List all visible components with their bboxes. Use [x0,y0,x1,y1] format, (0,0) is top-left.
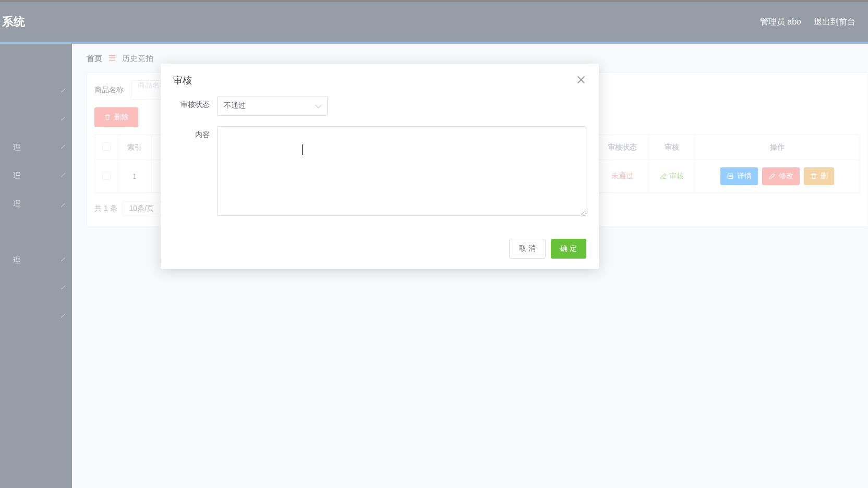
audit-dialog: 审核 审核状态 不通过 内容 取 消 确 定 [161,64,599,269]
audit-status-label: 审核状态 [173,96,210,109]
dialog-confirm-button[interactable]: 确 定 [551,239,586,259]
text-cursor [302,144,303,155]
dialog-title: 审核 [173,74,192,87]
dialog-close-button[interactable] [576,75,586,86]
audit-status-select[interactable]: 不通过 [217,96,328,116]
dialog-cancel-button[interactable]: 取 消 [509,239,546,259]
audit-content-label: 内容 [173,126,210,140]
audit-content-textarea[interactable] [217,126,586,216]
